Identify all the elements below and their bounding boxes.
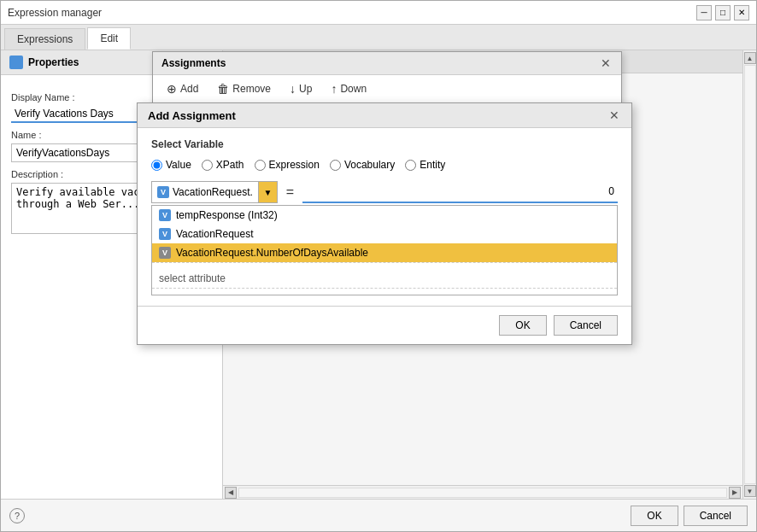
up-icon: ↓ xyxy=(290,82,296,96)
dropdown-item-2[interactable]: V VacationRequest.NumberOfDaysAvailable xyxy=(152,243,617,262)
dropdown-label-2: VacationRequest.NumberOfDaysAvailable xyxy=(176,247,368,259)
h-scrollbar xyxy=(223,485,742,499)
variable-dropdown-button[interactable]: ▼ xyxy=(258,182,277,202)
radio-value[interactable]: Value xyxy=(151,159,191,171)
remove-icon: 🗑 xyxy=(217,82,229,96)
variable-icon: V xyxy=(157,186,169,198)
assignments-toolbar: ⊕ Add 🗑 Remove ↓ Up ↑ Down xyxy=(153,75,621,103)
item-icon-2: V xyxy=(159,247,171,259)
maximize-button[interactable]: □ xyxy=(715,5,731,20)
radio-vocabulary[interactable]: Vocabulary xyxy=(330,159,395,171)
dropdown-label-attr: select attribute xyxy=(159,272,226,284)
down-label: Down xyxy=(340,83,367,95)
help-button[interactable]: ? xyxy=(9,508,25,523)
add-assignment-body: Select Variable Value XPath Expression xyxy=(138,128,631,306)
radio-entity[interactable]: Entity xyxy=(405,159,445,171)
dropdown-label-1: VacationRequest xyxy=(176,228,254,240)
add-assignment-title: Add Assignment xyxy=(148,109,236,122)
scroll-up-button[interactable] xyxy=(744,52,756,64)
radio-vocabulary-label: Vocabulary xyxy=(344,159,395,171)
radio-xpath[interactable]: XPath xyxy=(202,159,244,171)
properties-label: Properties xyxy=(28,56,79,68)
remove-assignment-button[interactable]: 🗑 Remove xyxy=(214,80,274,97)
radio-value-label: Value xyxy=(166,159,191,171)
add-assignment-dialog[interactable]: Add Assignment ✕ Select Variable Value X… xyxy=(137,102,632,345)
add-assignment-ok-button[interactable]: OK xyxy=(499,315,546,336)
dropdown-list: V tempResponse (Int32) V VacationRequest… xyxy=(151,205,618,295)
radio-entity-label: Entity xyxy=(420,159,445,171)
down-assignment-button[interactable]: ↑ Down xyxy=(327,80,370,97)
add-assignment-close-button[interactable]: ✕ xyxy=(607,108,621,122)
bottom-left: ? xyxy=(9,508,25,523)
add-icon: ⊕ xyxy=(167,82,177,96)
dropdown-separator xyxy=(152,262,617,269)
down-icon: ↑ xyxy=(331,82,337,96)
bottom-buttons: OK Cancel xyxy=(631,506,748,526)
up-label: Up xyxy=(299,83,312,95)
close-button[interactable]: ✕ xyxy=(734,5,749,20)
bottom-bar: ? OK Cancel xyxy=(1,499,756,531)
h-scroll-track[interactable] xyxy=(238,488,727,498)
equals-sign: = xyxy=(283,184,297,200)
up-assignment-button[interactable]: ↓ Up xyxy=(286,80,315,97)
radio-xpath-label: XPath xyxy=(216,159,244,171)
main-ok-button[interactable]: OK xyxy=(631,506,678,526)
item-icon-0: V xyxy=(159,209,171,221)
add-assignment-button[interactable]: ⊕ Add xyxy=(163,80,202,97)
title-bar: Expression manager ─ □ ✕ xyxy=(1,1,756,25)
add-assignment-title-bar: Add Assignment ✕ xyxy=(138,103,631,128)
item-icon-1: V xyxy=(159,228,171,240)
add-label: Add xyxy=(180,83,198,95)
variable-select-wrap: V VacationRequest. ▼ xyxy=(151,181,278,203)
add-assignment-footer: OK Cancel xyxy=(138,306,631,344)
scroll-down-button[interactable] xyxy=(744,485,756,497)
add-assignment-cancel-button[interactable]: Cancel xyxy=(554,315,618,336)
minimize-button[interactable]: ─ xyxy=(696,5,712,20)
tab-expressions[interactable]: Expressions xyxy=(4,28,85,50)
variable-text: VacationRequest. xyxy=(173,186,253,198)
assignments-close-button[interactable]: ✕ xyxy=(599,56,613,70)
display-name-input[interactable] xyxy=(11,106,156,123)
radio-expression-label: Expression xyxy=(269,159,320,171)
tab-edit[interactable]: Edit xyxy=(87,27,131,50)
value-input[interactable] xyxy=(302,181,618,203)
tabs-bar: Expressions Edit xyxy=(1,25,756,50)
radio-group: Value XPath Expression Vocabulary Entity xyxy=(151,159,618,171)
dropdown-label-0: tempResponse (Int32) xyxy=(176,209,278,221)
v-scroll-track[interactable] xyxy=(744,65,756,484)
variable-select-display: V VacationRequest. xyxy=(152,184,258,200)
dropdown-item-0[interactable]: V tempResponse (Int32) xyxy=(152,206,617,225)
scroll-right-button[interactable] xyxy=(729,487,741,499)
radio-expression[interactable]: Expression xyxy=(255,159,320,171)
dropdown-item-attr: select attribute xyxy=(152,269,617,288)
title-bar-left: Expression manager xyxy=(8,7,102,19)
properties-icon xyxy=(9,56,23,69)
main-cancel-button[interactable]: Cancel xyxy=(684,506,748,526)
assignments-title-bar: Assignments ✕ xyxy=(153,52,621,75)
v-scrollbar xyxy=(742,50,756,499)
remove-label: Remove xyxy=(232,83,271,95)
select-variable-label: Select Variable xyxy=(151,138,618,150)
title-bar-controls: ─ □ ✕ xyxy=(696,5,749,20)
variable-row: V VacationRequest. ▼ = xyxy=(151,181,618,203)
name-input[interactable] xyxy=(11,143,148,162)
dropdown-separator-2 xyxy=(152,288,617,295)
assignments-title: Assignments xyxy=(161,57,226,69)
scroll-left-button[interactable] xyxy=(225,487,237,499)
window-title: Expression manager xyxy=(8,7,102,19)
dropdown-item-1[interactable]: V VacationRequest xyxy=(152,225,617,243)
